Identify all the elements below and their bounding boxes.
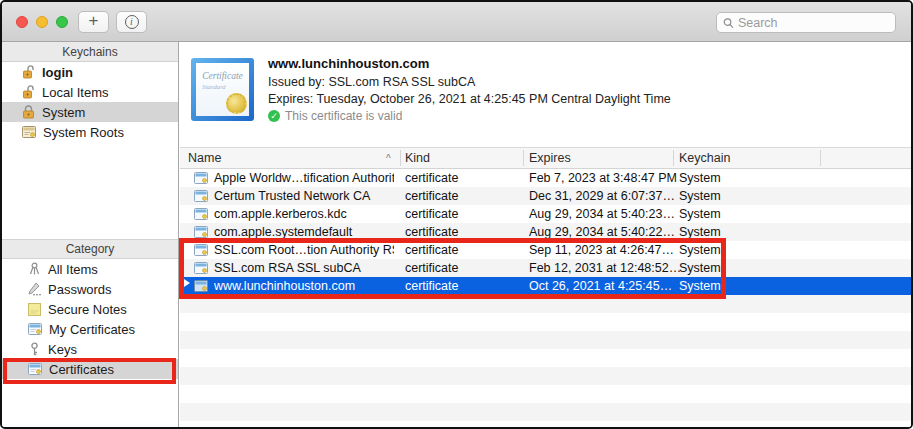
cell-name: com.apple.systemdefault — [214, 225, 394, 239]
gold-seal-icon — [226, 93, 247, 114]
cell-name: Apple Worldw…tification Authority — [214, 171, 394, 185]
cell-kind: certificate — [405, 171, 459, 185]
cell-name: com.apple.kerberos.kdc — [214, 207, 394, 221]
cell-name: www.lunchinhouston.com — [214, 279, 394, 293]
column-header-kind[interactable]: Kind — [405, 151, 430, 165]
cell-keychain: System — [679, 171, 721, 185]
sidebar-item-label: Keys — [48, 342, 77, 357]
table-row[interactable]: SSL.com RSA SSL subCA certificate Feb 12… — [180, 259, 911, 277]
column-header-expires[interactable]: Expires — [529, 151, 571, 165]
certificate-icon — [194, 262, 208, 274]
sidebar-item-system-roots[interactable]: System Roots — [2, 122, 178, 142]
expires-line: Expires: Tuesday, October 26, 2021 at 4:… — [268, 92, 671, 106]
certificate-icon — [28, 323, 42, 335]
disclosure-triangle-icon[interactable] — [184, 279, 190, 287]
sidebar-item-passwords[interactable]: Passwords — [2, 279, 178, 299]
cell-kind: certificate — [405, 207, 459, 221]
cell-keychain: System — [679, 261, 721, 275]
cell-name: SSL.com RSA SSL subCA — [214, 261, 394, 275]
valid-check-icon: ✓ — [268, 110, 280, 122]
info-icon: i — [125, 15, 139, 29]
sidebar-item-label: Secure Notes — [48, 302, 127, 317]
sidebar: Keychains login Local Items Syste — [2, 42, 179, 427]
sidebar-item-keys[interactable]: Keys — [2, 339, 178, 359]
sidebar-item-system[interactable]: System — [2, 102, 178, 122]
category-header: Category — [2, 239, 178, 259]
sidebar-item-all-items[interactable]: All Items — [2, 259, 178, 279]
zoom-window-button[interactable] — [56, 16, 68, 28]
plus-icon: + — [89, 11, 99, 31]
key-icon — [28, 342, 41, 356]
table-row[interactable]: SSL.com Root…tion Authority RSA certific… — [180, 241, 911, 259]
column-header-name[interactable]: Name — [188, 151, 221, 165]
close-window-button[interactable] — [16, 16, 28, 28]
sidebar-item-certificates[interactable]: Certificates — [2, 359, 178, 379]
table-row[interactable]: com.apple.kerberos.kdc certificate Aug 2… — [180, 205, 911, 223]
cell-kind: certificate — [405, 189, 459, 203]
column-divider[interactable] — [400, 150, 401, 166]
column-divider[interactable] — [523, 150, 524, 166]
cell-kind: certificate — [405, 261, 459, 275]
certificate-icon — [194, 190, 208, 202]
sidebar-item-login[interactable]: login — [2, 62, 178, 82]
sidebar-item-my-certificates[interactable]: My Certificates — [2, 319, 178, 339]
cell-name: SSL.com Root…tion Authority RSA — [214, 243, 394, 257]
sidebar-item-label: Certificates — [49, 362, 114, 377]
cell-expires: Sep 11, 2023 at 4:26:47… — [529, 243, 674, 257]
cell-keychain: System — [679, 189, 721, 203]
column-header-keychain[interactable]: Keychain — [679, 151, 730, 165]
certificate-badge-icon: Certificate Standard — [191, 58, 254, 121]
cell-expires: Oct 26, 2021 at 4:25:45… — [529, 279, 672, 293]
certificate-icon — [194, 244, 208, 256]
sidebar-item-label: System Roots — [43, 125, 124, 140]
certificate-icon — [194, 226, 208, 238]
sidebar-item-label: Local Items — [42, 85, 108, 100]
certificate-title: www.lunchinhouston.com — [268, 56, 671, 71]
validity-status-text: This certificate is valid — [285, 109, 402, 123]
keyring-icon — [28, 262, 41, 276]
search-field[interactable] — [716, 12, 896, 33]
sort-ascending-icon: ^ — [386, 153, 391, 164]
cell-expires: Dec 31, 2029 at 6:07:37… — [529, 189, 675, 203]
sidebar-item-label: System — [42, 105, 85, 120]
cell-keychain: System — [679, 279, 721, 293]
info-button[interactable]: i — [116, 11, 147, 33]
search-input[interactable] — [738, 16, 889, 30]
cell-name: Certum Trusted Network CA — [214, 189, 394, 203]
column-divider[interactable] — [673, 150, 674, 166]
note-icon — [28, 303, 41, 316]
cell-expires: Aug 29, 2034 at 5:40:22… — [529, 225, 675, 239]
certificate-icon — [194, 280, 208, 292]
table-row[interactable]: Apple Worldw…tification Authority certif… — [180, 169, 911, 187]
cell-kind: certificate — [405, 225, 459, 239]
minimize-window-button[interactable] — [36, 16, 48, 28]
column-divider[interactable] — [820, 150, 821, 166]
table-row[interactable]: com.apple.systemdefault certificate Aug … — [180, 223, 911, 241]
keychain-access-window: + i Keychains login — [0, 0, 913, 429]
badge-word-standard: Standard — [202, 83, 226, 90]
table-row[interactable]: Certum Trusted Network CA certificate De… — [180, 187, 911, 205]
sidebar-item-label: login — [42, 65, 73, 80]
sidebar-item-local-items[interactable]: Local Items — [2, 82, 178, 102]
padlock-closed-icon — [22, 105, 35, 119]
padlock-open-icon — [22, 65, 35, 79]
toolbar: + i — [2, 2, 911, 42]
sidebar-item-label: All Items — [48, 262, 98, 277]
search-icon — [723, 17, 734, 29]
cell-expires: Feb 12, 2031 at 12:48:52… — [529, 261, 681, 275]
add-item-button[interactable]: + — [78, 11, 109, 33]
cell-kind: certificate — [405, 243, 459, 257]
table-row-selected[interactable]: www.lunchinhouston.com certificate Oct 2… — [180, 277, 911, 295]
keychains-header: Keychains — [2, 42, 178, 62]
certificate-icon — [194, 208, 208, 220]
cell-expires: Aug 29, 2034 at 5:40:23… — [529, 207, 675, 221]
sidebar-item-label: Passwords — [48, 282, 112, 297]
certificate-icon — [194, 172, 208, 184]
badge-word-certificate: Certificate — [202, 71, 243, 81]
padlock-open-icon — [22, 85, 35, 99]
sidebar-item-secure-notes[interactable]: Secure Notes — [2, 299, 178, 319]
certificate-icon — [28, 363, 42, 375]
cell-keychain: System — [679, 207, 721, 221]
cell-kind: certificate — [405, 279, 459, 293]
pencil-icon — [28, 282, 41, 296]
